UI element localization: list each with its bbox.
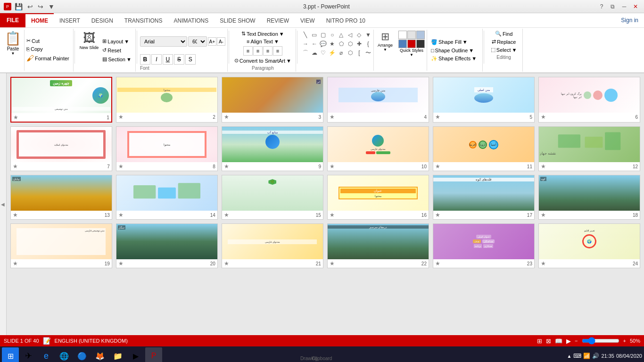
slide-thumb-19[interactable]: متن توضیحی فارسی ★ 19 [10, 223, 112, 268]
slide-thumb-3[interactable]: ابر ★ 3 [222, 77, 323, 123]
slide-thumb-24[interactable]: 🌍 تغییر اقلیم ★ 24 [538, 223, 640, 268]
slide-thumb-20[interactable]: جنگل ★ 20 [116, 223, 218, 268]
shape-more[interactable]: ▼ [364, 31, 372, 39]
slideshow-icon[interactable]: ▶ [566, 337, 571, 345]
shape-callout[interactable]: 💬 [319, 40, 328, 48]
zoom-slider[interactable] [582, 337, 619, 345]
arrange-button[interactable]: ⊞ Arrange ▼ [373, 30, 396, 71]
undo-qs-icon[interactable]: ↩ [26, 3, 34, 10]
shape-heart[interactable]: ♡ [319, 49, 328, 57]
shape-arrow-right[interactable]: → [301, 40, 310, 48]
shape-lightning[interactable]: ⚡ [328, 49, 337, 57]
restore-button[interactable]: ⧉ [608, 2, 618, 11]
slide-thumb-5[interactable]: متن اصلی ★ 5 [433, 77, 535, 123]
sign-in-button[interactable]: Sign in [615, 13, 644, 27]
new-slide-button[interactable]: 🖼 New Slide [78, 30, 101, 71]
tab-home[interactable]: HOME [25, 13, 54, 27]
shape-cube[interactable]: ⬡ [346, 49, 355, 57]
font-size-selector[interactable]: 60 [188, 36, 207, 47]
tab-transitions[interactable]: TRANSITIONS [119, 13, 168, 27]
close-button[interactable]: ✕ [631, 2, 640, 11]
layout-button[interactable]: ⊞ Layout ▼ [100, 37, 133, 45]
slide-thumb-8[interactable]: محتوا ★ 8 [116, 126, 218, 171]
paste-button[interactable]: 📋 Paste ▼ [2, 30, 25, 71]
slide-thumb-18[interactable]: کوه ★ 18 [538, 175, 640, 220]
shape-bracket[interactable]: [ [355, 49, 363, 57]
qs-item-2[interactable] [407, 31, 416, 39]
italic-button[interactable]: I [151, 54, 162, 65]
font-family-selector[interactable]: Arial [140, 36, 187, 47]
slide-thumb-17[interactable]: قله‌های کوه ★ 17 [433, 175, 535, 220]
slide-thumb-16[interactable]: عنوان محتوا ★ 16 [327, 175, 429, 220]
shape-cloud[interactable]: ☁ [310, 49, 319, 57]
format-painter-button[interactable]: 🖌 Format Painter [25, 53, 71, 64]
cut-button[interactable]: ✂ Cut [25, 37, 71, 45]
strikethrough-button[interactable]: S [174, 54, 184, 65]
shape-line[interactable]: ╲ [301, 31, 310, 39]
slide-thumb-21[interactable]: محتوای فارسی ★ 21 [222, 223, 323, 268]
justify-button[interactable]: ≡ [273, 46, 282, 56]
slide-sorter-icon[interactable]: ⊠ [546, 337, 551, 345]
slide-thumb-13[interactable]: بیابان ★ 13 [10, 175, 112, 220]
decrease-font-button[interactable]: A- [217, 37, 225, 46]
slide-thumb-6[interactable]: برگ کرون ابر تبهاابر تبها ★ 6 [538, 77, 640, 123]
bold-button[interactable]: B [140, 54, 150, 65]
align-left-button[interactable]: ≡ [243, 46, 253, 56]
copy-button[interactable]: ⎘ Copy [25, 45, 71, 53]
tab-file[interactable]: FILE [0, 13, 25, 27]
increase-font-button[interactable]: A+ [208, 37, 216, 46]
minimize-button[interactable]: ─ [619, 2, 629, 11]
reading-view-icon[interactable]: 📖 [555, 337, 562, 345]
redo-qs-icon[interactable]: ↪ [36, 3, 45, 10]
quick-styles-button[interactable]: Quick Styles ▼ [396, 30, 427, 71]
slide-thumb-1[interactable]: چهره زمین 🌍 متن توضیحی ★ 1 [10, 77, 112, 123]
underline-button[interactable]: U [163, 54, 173, 65]
qs-item-6[interactable] [416, 40, 425, 48]
shape-oval[interactable]: ○ [328, 31, 337, 39]
notes-icon[interactable]: 📝 [43, 337, 51, 345]
tab-view[interactable]: VIEW [295, 13, 321, 27]
collapse-handle[interactable]: ◀ [0, 73, 7, 335]
shape-pentagon[interactable]: ⬠ [337, 40, 346, 48]
shape-rounded-rect[interactable]: ▢ [319, 31, 328, 39]
shape-outline-button[interactable]: □ Shape Outline ▼ [429, 47, 479, 54]
normal-view-icon[interactable]: ⊞ [537, 337, 542, 345]
align-text-button[interactable]: ≡ Align Text ▼ [245, 38, 281, 45]
select-button[interactable]: ⬚ Select ▼ [489, 46, 519, 54]
qs-item-5[interactable] [407, 40, 416, 48]
qs-item-3[interactable] [416, 31, 425, 39]
find-button[interactable]: 🔍 Find [493, 30, 514, 38]
section-button[interactable]: ▤ Section ▼ [100, 55, 133, 63]
shape-wave[interactable]: 〜 [364, 49, 372, 57]
slide-thumb-14[interactable]: ★ 14 [116, 175, 218, 220]
tab-nitro[interactable]: NITRO PRO 10 [321, 13, 371, 27]
slide-thumb-23[interactable]: عنوان اصلی هماهنگی هدف همکاری برنامه [433, 223, 535, 268]
slide-thumb-12[interactable]: نقشه جهان ★ 12 [538, 126, 640, 171]
shape-arrow-left[interactable]: ← [310, 40, 319, 48]
slide-thumb-10[interactable]: محتوای فارسی ★ 10 [327, 126, 429, 171]
zoom-in-icon[interactable]: + [623, 338, 626, 344]
zoom-out-icon[interactable]: − [575, 338, 578, 344]
tab-design[interactable]: DESIGN [86, 13, 119, 27]
reset-button[interactable]: ↺ Reset [100, 46, 133, 54]
shape-rect[interactable]: ▭ [310, 31, 319, 39]
shape-hexagon[interactable]: ⬡ [346, 40, 355, 48]
slide-thumb-4[interactable]: متن فارسی ★ 4 [327, 77, 429, 123]
replace-button[interactable]: ⇄ Replace [490, 38, 518, 46]
text-direction-button[interactable]: ⇅ Text Direction ▼ [239, 30, 286, 38]
align-right-button[interactable]: ≡ [263, 46, 272, 56]
qs-item-4[interactable] [398, 40, 407, 48]
shape-brace[interactable]: { [364, 40, 372, 48]
shape-fill-button[interactable]: 🪣 Shape Fill ▼ [429, 38, 479, 46]
customize-qs-icon[interactable]: ▼ [47, 3, 56, 10]
slide-thumb-15[interactable]: 🌿 ★ 15 [222, 175, 323, 220]
slide-thumb-2[interactable]: محتوا ★ 2 [116, 77, 218, 123]
qs-item-1[interactable] [398, 31, 407, 39]
shape-diamond[interactable]: ◇ [355, 31, 363, 39]
shape-cross[interactable]: ✚ [355, 40, 363, 48]
tab-slideshow[interactable]: SLIDE SHOW [214, 13, 261, 27]
help-button[interactable]: ? [597, 2, 606, 11]
convert-smartart-button[interactable]: ⊙ Convert to SmartArt ▼ [232, 57, 293, 65]
align-center-button[interactable]: ≡ [253, 46, 263, 56]
shadow-button[interactable]: S [185, 54, 196, 65]
